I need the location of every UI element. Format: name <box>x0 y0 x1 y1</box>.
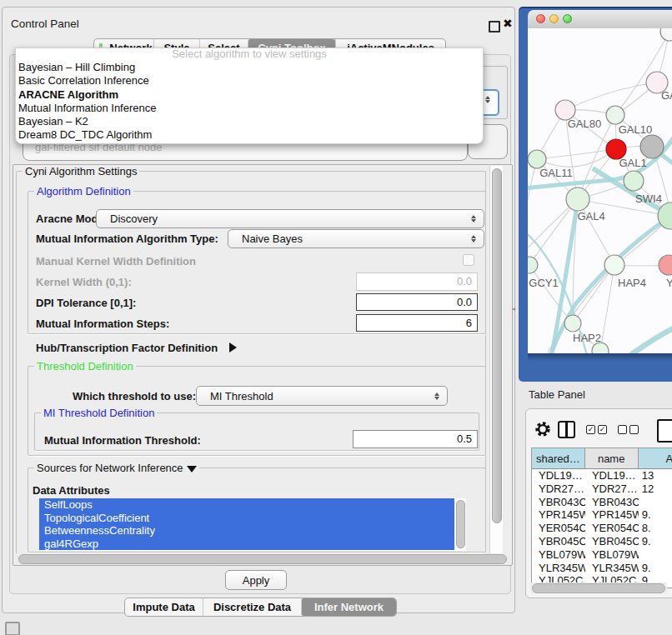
table-row[interactable]: YBL079WYBL079W <box>532 548 672 562</box>
network-edge[interactable] <box>626 325 672 353</box>
mi-type-label: Mutual Information Algorithm Type: <box>36 232 218 245</box>
dropdown-item[interactable]: Bayesian – K2 <box>16 115 483 128</box>
table-cell: YER054C <box>585 522 639 535</box>
network-edge[interactable] <box>573 265 614 323</box>
table-cell: YLR345W <box>585 562 639 575</box>
node-gray[interactable] <box>640 135 664 158</box>
node-label: GAL4 <box>577 210 604 222</box>
list-scrollbar[interactable] <box>454 498 466 551</box>
mi-threshold-label: Mutual Information Threshold: <box>44 434 201 447</box>
dpi-tolerance-field[interactable]: 0.0 <box>356 293 478 311</box>
column-header[interactable]: name <box>585 448 639 468</box>
table-cell: YPR145W <box>585 508 639 522</box>
expand-arrow-icon[interactable] <box>229 342 237 352</box>
which-threshold-combo[interactable]: MI Threshold <box>196 386 448 406</box>
attribute-item[interactable]: gal4RGexp <box>39 538 454 551</box>
hub-section-label: Hub/Transcription Factor Definition <box>36 342 218 354</box>
panel-splitter-grip[interactable]: ◂ <box>512 307 516 312</box>
column-header[interactable]: A <box>639 448 672 468</box>
mi-steps-field[interactable]: 6 <box>356 314 478 332</box>
node-label: SWI4 <box>635 192 662 205</box>
deselect-all-icon[interactable] <box>629 425 639 434</box>
table-cell: 12 <box>639 482 672 496</box>
tab-discretize-data[interactable]: Discretize Data <box>203 598 301 616</box>
node-salmon[interactable] <box>659 255 672 275</box>
settings-vertical-scrollbar[interactable] <box>489 166 503 562</box>
tab-label: Infer Network <box>314 601 384 613</box>
data-attributes-list[interactable]: SelfLoopsTopologicalCoefficientBetweenne… <box>39 498 466 551</box>
table-row[interactable]: YBR045CYBR045C9. <box>532 535 672 548</box>
settings-horizontal-scrollbar[interactable] <box>16 553 509 564</box>
mi-steps-label: Mutual Information Steps: <box>36 318 169 330</box>
mi-type-value: Naive Bayes <box>228 232 467 245</box>
attribute-item[interactable]: SelfLoops <box>39 498 454 512</box>
node-top-right[interactable] <box>660 28 672 41</box>
network-edge[interactable] <box>565 82 657 110</box>
table-row[interactable]: YER054CYER054C8. <box>532 522 672 535</box>
tab-infer-network[interactable]: Infer Network <box>301 598 396 616</box>
node-hap4[interactable] <box>604 255 624 275</box>
dock-icon[interactable] <box>5 622 20 635</box>
attribute-item[interactable]: TopologicalCoefficient <box>39 512 454 525</box>
close-icon[interactable]: ✖ <box>503 17 513 30</box>
table-row[interactable]: YDL19…YDL19…13 <box>532 469 672 482</box>
table-cell <box>639 496 672 509</box>
scrollbar-thumb[interactable] <box>532 583 665 593</box>
node-gal4[interactable] <box>566 188 589 211</box>
table-row[interactable]: YBR043CYBR043C <box>532 496 672 509</box>
table-row[interactable]: YLR345WYLR345W9. <box>532 562 672 575</box>
close-traffic-light-icon[interactable] <box>536 14 545 23</box>
manual-kernel-checkbox[interactable] <box>463 254 474 266</box>
deselect-all-icon[interactable] <box>618 425 627 434</box>
column-header[interactable]: shared… <box>532 448 585 468</box>
scrollbar-thumb[interactable] <box>18 554 507 564</box>
window-shadow <box>528 353 672 361</box>
table-cell <box>639 548 672 562</box>
collapse-arrow-icon[interactable] <box>187 466 197 472</box>
gear-icon[interactable] <box>534 421 551 438</box>
node-gal1[interactable] <box>624 171 644 191</box>
select-all-icon[interactable]: ✓ <box>598 425 607 434</box>
dropdown-item[interactable]: Mutual Information Inference <box>16 102 483 115</box>
algorithm-definition-title: Algorithm Definition <box>34 186 133 197</box>
mi-type-combo[interactable]: Naive Bayes <box>228 229 484 248</box>
kernel-width-field[interactable]: 0.0 <box>356 272 478 291</box>
node-label: GAL <box>661 89 672 102</box>
table-cell: 9. <box>639 535 672 548</box>
dropdown-item[interactable]: Bayesian – Hill Climbing <box>16 61 483 74</box>
node-gcy1[interactable] <box>528 257 538 273</box>
apply-button[interactable]: Apply <box>225 570 287 590</box>
algorithm-dropdown[interactable]: Select algorithm to view settings Bayesi… <box>15 48 484 144</box>
table-cell: YBR045C <box>585 535 639 548</box>
columns-icon[interactable] <box>558 421 575 438</box>
node-gal10[interactable] <box>606 106 624 124</box>
dropdown-item[interactable]: Dream8 DC_TDC Algorithm <box>16 128 483 142</box>
network-canvas[interactable]: GALGAL80GAL10GAL1GAL11SWI4GAL4GCY1HAP4YH… <box>528 28 672 353</box>
dropdown-item[interactable]: ARACNE Algorithm <box>16 88 483 102</box>
scrollbar-thumb[interactable] <box>456 500 465 548</box>
table-row[interactable]: YPR145WYPR145W9. <box>532 508 672 522</box>
node-hap2[interactable] <box>564 315 581 332</box>
sources-title: Sources for Network Inference <box>34 462 199 473</box>
network-edge[interactable] <box>549 216 671 353</box>
table-cell: 9. <box>639 562 672 575</box>
mi-threshold-field[interactable]: 0.5 <box>353 430 478 448</box>
attribute-item[interactable]: BetweennessCentrality <box>39 524 454 538</box>
table-cell: YDR27… <box>532 482 585 496</box>
table-row[interactable]: YDR27…YDR27…12 <box>532 482 672 496</box>
table-cell: 13 <box>639 469 672 482</box>
aracne-mode-combo[interactable]: Discovery <box>96 209 484 228</box>
float-window-icon[interactable] <box>489 21 500 32</box>
scrollbar-thumb[interactable] <box>492 168 502 523</box>
node-gal11[interactable] <box>528 150 546 168</box>
zoom-traffic-light-icon[interactable] <box>563 14 572 23</box>
select-all-icon[interactable]: ✓ <box>586 425 595 434</box>
network-edge[interactable] <box>528 159 537 235</box>
minimize-traffic-light-icon[interactable] <box>549 14 559 23</box>
combo-arrows-icon <box>430 392 444 400</box>
tab-impute-data[interactable]: Impute Data <box>125 598 203 616</box>
network-edge[interactable] <box>537 149 616 159</box>
table-icon[interactable] <box>657 419 672 442</box>
dropdown-item[interactable]: Basic Correlation Inference <box>16 74 483 88</box>
table-horizontal-scrollbar[interactable] <box>530 582 667 593</box>
